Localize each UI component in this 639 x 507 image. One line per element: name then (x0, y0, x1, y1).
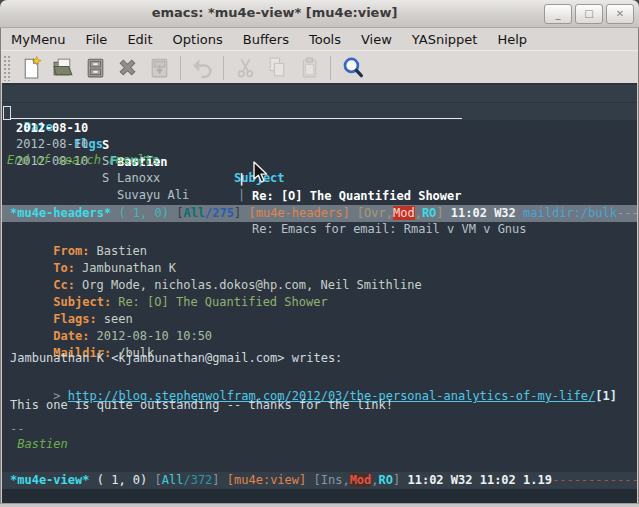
menu-file[interactable]: File (76, 30, 118, 49)
field-subject: Subject:Re: [O] The Quantified Shower (10, 277, 328, 294)
bracket: [ (155, 473, 162, 487)
flag-insert: [Ins, (314, 473, 350, 487)
minimize-button[interactable]: _ (544, 4, 572, 24)
bracket: ] (393, 473, 407, 487)
line-total: /372 (183, 473, 212, 487)
delete-x-icon (115, 55, 140, 80)
cut-scissors-icon (233, 55, 258, 80)
menu-yasnippet[interactable]: YASnippet (402, 30, 488, 49)
field-maildir: Maildir:/bulk (10, 328, 154, 345)
menu-tools[interactable]: Tools (299, 30, 351, 49)
field-cc: Cc:Org Mode, nicholas.dokos@hp.com, Neil… (10, 260, 422, 277)
save-as-button[interactable] (143, 53, 175, 83)
major-mode[interactable]: [mu4e-headers] (248, 206, 356, 220)
comma: , (371, 473, 378, 487)
maximize-button[interactable]: □ (575, 4, 603, 24)
open-folder-icon (51, 55, 76, 80)
close-button[interactable]: ✕ (606, 4, 634, 24)
menu-buffers[interactable]: Buffers (233, 30, 299, 49)
body-quote-line: > http://blog.stephenwolfram.com/2012/03… (10, 371, 617, 388)
scroll-all: All (183, 206, 205, 220)
menu-edit[interactable]: Edit (117, 30, 162, 49)
window-controls: _ □ ✕ (544, 4, 634, 24)
buffer-name: *mu4e-headers* (10, 206, 111, 220)
message-row-selected[interactable]: 2012-08-10 S Bastien | Re: [O] The Quant… (2, 103, 637, 120)
emacs-frame: ▼ Date Flgs From/To Subject 2012-08-10 S… (2, 83, 637, 504)
minimize-icon: _ (556, 9, 561, 19)
delete-button[interactable] (111, 53, 143, 83)
link-reference[interactable]: [1] (595, 389, 617, 403)
point-position: ( 1, 0) (111, 206, 176, 220)
window-title: emacs: *mu4e-view* [mu4e:view] (0, 5, 549, 20)
field-date: Date:2012-08-10 10:50 (10, 311, 212, 328)
maildir-indicator: maildir:/bulk (523, 206, 617, 220)
flag-modified[interactable]: Mod (393, 206, 415, 220)
titlebar[interactable]: emacs: *mu4e-view* [mu4e:view] _ □ ✕ (0, 0, 639, 28)
end-of-results-message: End of search results (7, 152, 159, 169)
row-subject: Re: Emacs for email: Rmail v VM v Gnus (252, 221, 527, 238)
message-row[interactable]: 2012-08-10 S Lanoxx | Re: Compiling glib… (2, 119, 637, 136)
undo-icon (190, 55, 215, 80)
menubar: MyMenu File Edit Options Buffers Tools V… (1, 28, 638, 50)
row-from: Lanoxx (117, 170, 160, 187)
point-position: ( 1, 0) (89, 473, 154, 487)
menu-view[interactable]: View (351, 30, 402, 49)
clock-and-window: 11:02 W32 11:02 1.19 (407, 473, 552, 487)
search-magnifier-icon (340, 55, 365, 80)
major-mode[interactable]: [mu4e:view] (227, 473, 314, 487)
close-icon: ✕ (616, 9, 624, 19)
mode-line-dashes: ------------ (617, 206, 637, 220)
mode-line-dashes: ------------------ (552, 473, 637, 487)
row-subject: Re: [O] The Quantified Shower (252, 188, 462, 205)
new-file-button[interactable] (15, 53, 47, 83)
field-from: From:Bastien (10, 226, 147, 243)
maximize-icon: □ (584, 9, 593, 19)
flag-read-only[interactable]: RO (379, 473, 393, 487)
signature: Bastien (10, 436, 68, 453)
bracket: ] (234, 206, 248, 220)
undo-button[interactable] (186, 53, 218, 83)
open-button[interactable] (47, 53, 79, 83)
save-button[interactable] (79, 53, 111, 83)
flag-modified[interactable]: Mod (350, 473, 372, 487)
clock-and-window: 11:02 W32 (451, 206, 523, 220)
toolbar-separator (330, 56, 331, 80)
scroll-all: All (162, 473, 184, 487)
paste-button[interactable] (293, 53, 325, 83)
copy-icon (265, 55, 290, 80)
toolbar-separator (223, 56, 224, 80)
view-mode-line[interactable]: *mu4e-view* ( 1, 0) [All/372] [mu4e:view… (2, 472, 637, 489)
menu-options[interactable]: Options (163, 30, 233, 49)
window-bottom-border (0, 503, 639, 507)
message-row[interactable]: 2012-08-10 S Suvayu Ali | Re: Emacs for … (2, 136, 637, 153)
row-flags: S (102, 170, 109, 187)
toolbar (1, 50, 638, 84)
menu-help[interactable]: Help (487, 30, 537, 49)
toolbar-drag-handle[interactable] (3, 55, 11, 81)
menu-mymenu[interactable]: MyMenu (1, 30, 76, 49)
bracket: ] (212, 473, 226, 487)
new-file-icon (19, 55, 44, 80)
field-flags: Flags:seen (10, 294, 133, 311)
paste-clipboard-icon (297, 55, 322, 80)
row-separator: | (238, 187, 245, 204)
bracket: ] (436, 206, 450, 220)
field-value: Re: [O] The Quantified Shower (118, 295, 328, 309)
flag-read-only[interactable]: RO (422, 206, 436, 220)
search-button[interactable] (336, 53, 368, 83)
headers-header-line[interactable]: ▼ Date Flgs From/To Subject (2, 85, 637, 102)
buffer-name: *mu4e-view* (10, 473, 89, 487)
body-writes-line: Jambunathan K <kjambunathan@gmail.com> w… (10, 350, 342, 367)
comma: , (415, 206, 422, 220)
flag-ovr: [Ovr, (357, 206, 393, 220)
headers-mode-line[interactable]: *mu4e-headers* ( 1, 0) [All/275] [mu4e-h… (2, 205, 637, 222)
body-comment-line: This one is quite outstanding -- thanks … (10, 397, 393, 414)
toolbar-separator (180, 56, 181, 80)
line-total: /275 (205, 206, 234, 220)
field-to: To:Jambunathan K (10, 243, 176, 260)
save-as-icon (147, 55, 172, 80)
echo-area[interactable] (2, 489, 637, 504)
cut-button[interactable] (229, 53, 261, 83)
save-icon (83, 55, 108, 80)
copy-button[interactable] (261, 53, 293, 83)
